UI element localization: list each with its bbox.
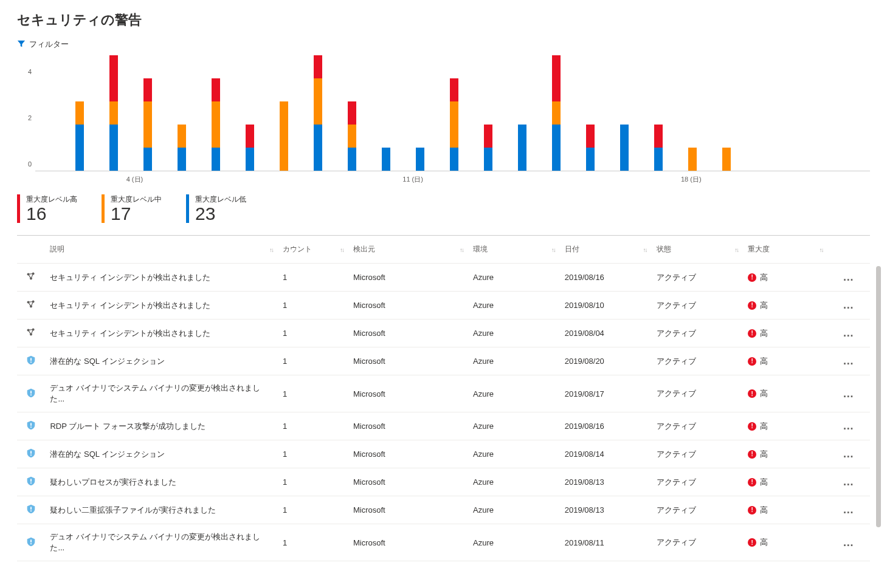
table-row[interactable]: デュオ バイナリでシステム バイナリの変更が検出されました...1Microso… [17,524,870,561]
bar-segment-med [143,101,152,148]
summary-med[interactable]: 重大度レベル中17 [102,194,162,223]
bar-segment-high [314,55,322,78]
table-row[interactable]: セキュリティ インシデントが検出されました1MicrosoftAzure2019… [17,264,870,292]
severity-high-icon: ! [748,450,756,459]
cell-state: アクティブ [652,347,744,375]
bar-segment-low [348,148,356,171]
row-more-button[interactable]: … [827,264,870,292]
cell-count: 1 [278,320,348,347]
bar-segment-high [552,55,561,101]
chart-bar[interactable] [143,78,152,171]
summary-low[interactable]: 重大度レベル低23 [186,194,246,223]
cell-state: アクティブ [652,440,744,468]
chart-bar[interactable] [688,148,697,171]
column-count[interactable]: カウント↑↓ [278,236,348,264]
sort-arrows-icon: ↑↓ [819,246,823,253]
row-more-button[interactable]: … [827,320,870,347]
row-more-button[interactable]: … [827,375,870,412]
chart-bar[interactable] [178,125,186,171]
severity-high-icon: ! [748,389,756,398]
row-more-button[interactable]: … [827,347,870,375]
row-more-button[interactable]: … [827,292,870,320]
table-row[interactable]: セキュリティ インシデントが検出されました1MicrosoftAzure2019… [17,320,870,347]
cell-severity: !高 [743,496,827,524]
chart-bar[interactable] [484,125,492,171]
svg-line-11 [31,302,33,307]
summary-high[interactable]: 重大度レベル高16 [17,194,77,223]
chart-bar[interactable] [212,78,220,171]
cell-environment: Azure [468,375,560,412]
column-severity[interactable]: 重大度↑↓ [743,236,827,264]
table-row[interactable]: RDP ブルート フォース攻撃が成功しました1MicrosoftAzure201… [17,412,870,440]
cell-environment: Azure [468,468,560,496]
chart-bar[interactable] [416,148,424,171]
row-more-button[interactable]: … [827,496,870,524]
sort-arrows-icon: ↑↓ [269,246,273,253]
chart-bar[interactable] [586,125,595,171]
column-source[interactable]: 検出元↑↓ [348,236,468,264]
row-more-button[interactable]: … [827,412,870,440]
severity-color-bar [17,194,20,223]
chart-bar[interactable] [620,125,629,171]
table-row[interactable]: 潜在的な SQL インジェクション1MicrosoftAzure2019/08/… [17,347,870,375]
column-icon [17,236,45,264]
cell-severity: !高 [743,264,827,292]
column-description[interactable]: 説明↑↓ [45,236,278,264]
svg-rect-27 [30,482,32,484]
column-environment[interactable]: 環境↑↓ [468,236,560,264]
row-more-button[interactable]: … [827,524,870,561]
cell-date: 2019/08/13 [560,496,652,524]
cell-date: 2019/08/10 [560,292,652,320]
bar-segment-low [416,148,424,171]
svg-rect-31 [30,543,32,544]
alerts-chart: 024 4 (日)11 (日)18 (日) [0,50,887,186]
chart-bar[interactable] [280,101,288,171]
cell-description: 疑わしい二重拡張子ファイルが実行されました [45,496,278,524]
cell-count: 1 [278,375,348,412]
cell-count: 1 [278,412,348,440]
cell-environment: Azure [468,292,560,320]
row-more-button[interactable]: … [827,468,870,496]
severity-high-icon: ! [748,273,756,282]
cell-source: Microsoft [348,264,468,292]
severity-high-icon: ! [748,329,756,338]
cell-count: 1 [278,524,348,561]
cell-severity: !高 [743,412,827,440]
sort-arrows-icon: ↑↓ [460,246,463,253]
bar-segment-high [246,125,254,148]
chart-bar[interactable] [314,55,322,171]
cell-description: セキュリティ インシデントが検出されました [45,292,278,320]
bar-segment-med [280,101,288,171]
svg-rect-18 [30,358,32,361]
chart-bar[interactable] [654,125,663,171]
bar-segment-low [212,148,220,171]
chart-bar[interactable] [552,55,561,171]
chart-bar[interactable] [109,55,118,171]
filter-button[interactable]: フィルター [0,35,887,50]
chart-bar[interactable] [518,125,526,171]
row-more-button[interactable]: … [827,440,870,468]
cell-description: セキュリティ インシデントが検出されました [45,320,278,347]
chart-bar[interactable] [75,101,84,171]
cell-description: セキュリティ インシデントが検出されました [45,264,278,292]
chart-bar[interactable] [246,125,254,171]
table-row[interactable]: 潜在的な SQL インジェクション1MicrosoftAzure2019/08/… [17,440,870,468]
chart-bar[interactable] [348,101,356,171]
table-row[interactable]: 疑わしい二重拡張子ファイルが実行されました1MicrosoftAzure2019… [17,496,870,524]
cell-state: アクティブ [652,524,744,561]
scrollbar[interactable] [876,266,881,527]
table-row[interactable]: セキュリティ インシデントが検出されました1MicrosoftAzure2019… [17,292,870,320]
table-row[interactable]: 疑わしいプロセスが実行されました1MicrosoftAzure2019/08/1… [17,468,870,496]
chart-bar[interactable] [382,148,390,171]
chart-bar[interactable] [450,78,458,171]
table-row[interactable]: デュオ バイナリでシステム バイナリの変更が検出されました...1Microso… [17,375,870,412]
cell-source: Microsoft [348,440,468,468]
cell-date: 2019/08/16 [560,264,652,292]
column-state[interactable]: 状態↑↓ [652,236,744,264]
incident-icon [26,330,36,340]
column-date[interactable]: 日付↑↓ [560,236,652,264]
chart-bar[interactable] [722,148,731,171]
cell-count: 1 [278,347,348,375]
cell-severity: !高 [743,347,827,375]
severity-high-icon: ! [748,301,756,310]
